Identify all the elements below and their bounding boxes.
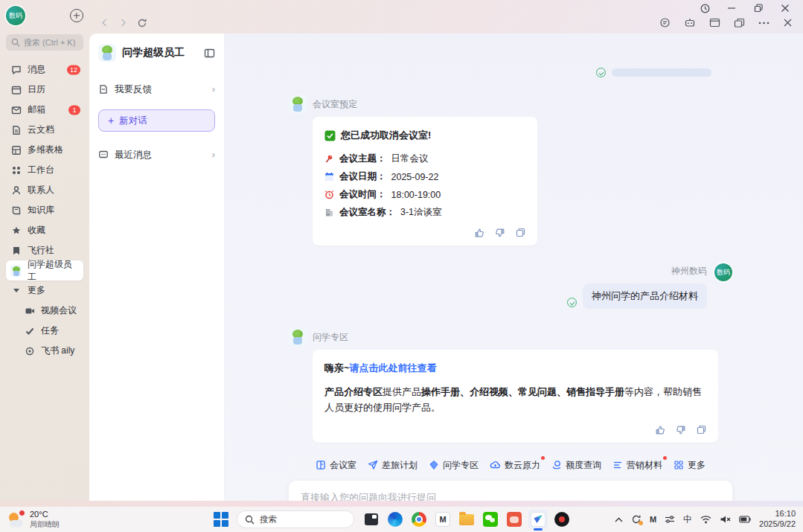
- shortcut-more[interactable]: 更多: [674, 459, 706, 472]
- new-chat-label: 新对话: [119, 115, 147, 127]
- close-panel-icon[interactable]: [783, 18, 793, 28]
- minimize-button[interactable]: [721, 2, 742, 14]
- feishu-app-icon[interactable]: [528, 510, 548, 529]
- sidebar-item-label: 视频会议: [41, 304, 77, 317]
- sidebar-item-label: 邮箱: [28, 103, 45, 116]
- body-segment: 操作手册、介绍视频、常见问题、销售指导手册: [421, 386, 624, 397]
- shortcut-shuyun[interactable]: 数云原力: [490, 459, 540, 472]
- sidebar-item-label: 更多: [28, 284, 45, 297]
- sender-name: 神州数码: [671, 265, 707, 278]
- sidebar-item-label: 收藏: [28, 224, 45, 237]
- sidebar-item-docs[interactable]: 云文档: [6, 120, 83, 140]
- sidebar-more-expander[interactable]: 更多: [6, 281, 83, 301]
- search-placeholder: 搜索 (Ctrl + K): [24, 37, 75, 48]
- meeting-field-value: 18:00-19:00: [391, 190, 441, 200]
- more-options-icon[interactable]: [758, 22, 770, 25]
- thumbs-down-icon[interactable]: [676, 425, 686, 435]
- feedback-item[interactable]: 我要反馈 ›: [98, 77, 215, 102]
- task-view-button[interactable]: [362, 510, 381, 529]
- bot-avatar: [289, 328, 307, 346]
- sidebar-item-favorites[interactable]: 收藏: [6, 220, 83, 240]
- shortcut-quota[interactable]: 额度查询: [551, 459, 601, 472]
- taskbar-search-input[interactable]: 搜索: [237, 510, 354, 528]
- wifi-icon[interactable]: [700, 516, 711, 524]
- meeting-field-value: 3-1洽谈室: [400, 206, 442, 219]
- chat-mode-icon[interactable]: [659, 17, 671, 28]
- recent-messages-item[interactable]: 最近消息 ›: [98, 142, 215, 167]
- sidebar-item-tasks[interactable]: 任务: [19, 321, 83, 341]
- marktext-app-icon[interactable]: M: [433, 510, 452, 529]
- collapse-panel-icon[interactable]: [204, 48, 215, 58]
- sidebar-item-video-meeting[interactable]: 视频会议: [19, 301, 83, 321]
- shortcut-travel-plan[interactable]: 差旅计划: [368, 459, 418, 472]
- history-icon[interactable]: [694, 2, 715, 14]
- add-button[interactable]: [70, 9, 83, 22]
- sidebar-item-wenxue-assistant[interactable]: 问学超级员工: [6, 260, 83, 281]
- wechat-app-icon[interactable]: [481, 510, 500, 529]
- sidebar-item-knowledge[interactable]: 知识库: [6, 200, 83, 220]
- close-button[interactable]: [775, 2, 796, 14]
- tray-expand-icon[interactable]: [615, 517, 623, 522]
- shortcut-marketing[interactable]: 营销材料: [612, 459, 662, 472]
- start-button[interactable]: [213, 511, 229, 528]
- battery-icon[interactable]: [739, 516, 751, 523]
- file-explorer-icon[interactable]: [457, 510, 476, 529]
- bot-avatar: [289, 95, 307, 113]
- thumbs-up-icon[interactable]: [655, 425, 665, 435]
- sidebar-item-contacts[interactable]: 联系人: [6, 180, 83, 200]
- edge-app-icon[interactable]: [385, 510, 405, 529]
- input-method-indicator[interactable]: 中: [683, 513, 692, 526]
- shortcut-wenxue-zone[interactable]: 问学专区: [429, 459, 479, 472]
- shortcut-label: 差旅计划: [382, 459, 418, 472]
- message-input-box[interactable]: 直接输入您的问题向我进行提问 内部查询: [289, 481, 732, 501]
- sync-status-dot: [639, 521, 643, 525]
- cloud-doc-icon: [10, 124, 22, 135]
- chat-scroll-region[interactable]: 会议室预定 您已成功取消会议室! 会议主题： 日: [225, 33, 803, 501]
- window-right-column: 问学超级员工 我要反馈 › + 新对话 最近消息: [89, 0, 803, 501]
- new-chat-button[interactable]: + 新对话: [98, 109, 215, 132]
- weather-temp: 20°C: [30, 510, 60, 519]
- robot-icon[interactable]: [684, 17, 696, 28]
- netease-app-icon[interactable]: [505, 510, 524, 529]
- browser-window-icon[interactable]: [709, 18, 720, 28]
- refresh-icon[interactable]: [137, 18, 147, 28]
- weather-widget[interactable]: 20°C 局部晴朗: [0, 510, 186, 528]
- search-icon: [245, 515, 255, 525]
- user-message-bubble[interactable]: 神州问学的产品介绍材料: [583, 283, 707, 309]
- alarm-clock-icon: [324, 190, 334, 199]
- user-avatar[interactable]: 数码: [6, 6, 25, 25]
- community-icon: [10, 245, 22, 256]
- mixer-tray-icon[interactable]: [665, 515, 675, 524]
- sidebar-item-aily[interactable]: 飞书 aily: [19, 341, 83, 361]
- m-tray-icon[interactable]: M: [650, 515, 656, 524]
- copy-icon[interactable]: [697, 425, 706, 435]
- recorder-app-icon[interactable]: [552, 510, 572, 529]
- quick-actions-bar: 会议室 差旅计划 问学专区: [289, 459, 732, 472]
- open-in-window-icon[interactable]: [734, 18, 745, 28]
- sidebar-item-mail[interactable]: 邮箱 1: [6, 100, 83, 120]
- global-search-input[interactable]: 搜索 (Ctrl + K): [6, 34, 83, 51]
- chrome-app-icon[interactable]: [409, 510, 429, 529]
- main-sidebar: 数码 搜索 (Ctrl + K) 消息 12 日历 邮箱 1: [0, 0, 89, 501]
- thumbs-up-icon[interactable]: [474, 228, 484, 238]
- nav-forward-button[interactable]: [118, 18, 128, 28]
- sidebar-item-calendar[interactable]: 日历: [6, 80, 83, 100]
- bot-message-zone: 问学专区 嗨亲~请点击此处前往查看 产品介绍专区提供产品操作手册、介绍视频、常见…: [289, 328, 732, 443]
- sidebar-item-workplace[interactable]: 工作台: [6, 160, 83, 180]
- thumbs-down-icon[interactable]: [495, 228, 505, 238]
- user-avatar[interactable]: 数码: [714, 263, 732, 281]
- restore-button[interactable]: [748, 2, 769, 14]
- sidebar-item-label: 多维表格: [28, 144, 63, 156]
- shortcut-meeting-room[interactable]: 会议室: [316, 459, 356, 472]
- taskbar-clock[interactable]: 16:10 2025/9/22: [759, 509, 796, 530]
- volume-muted-icon[interactable]: [720, 515, 731, 524]
- zone-link[interactable]: 请点击此处前往查看: [350, 362, 437, 374]
- copy-icon[interactable]: [516, 228, 525, 238]
- meeting-card: 您已成功取消会议室! 会议主题： 日常会议: [313, 117, 537, 246]
- sidebar-item-base[interactable]: 多维表格: [6, 140, 83, 160]
- sidebar-item-messages[interactable]: 消息 12: [6, 60, 83, 80]
- assistant-panel: 问学超级员工 我要反馈 › + 新对话 最近消息: [89, 33, 225, 501]
- loading-user-message: [289, 68, 711, 77]
- nav-back-button[interactable]: [100, 18, 109, 28]
- sync-tray-icon[interactable]: [631, 514, 642, 525]
